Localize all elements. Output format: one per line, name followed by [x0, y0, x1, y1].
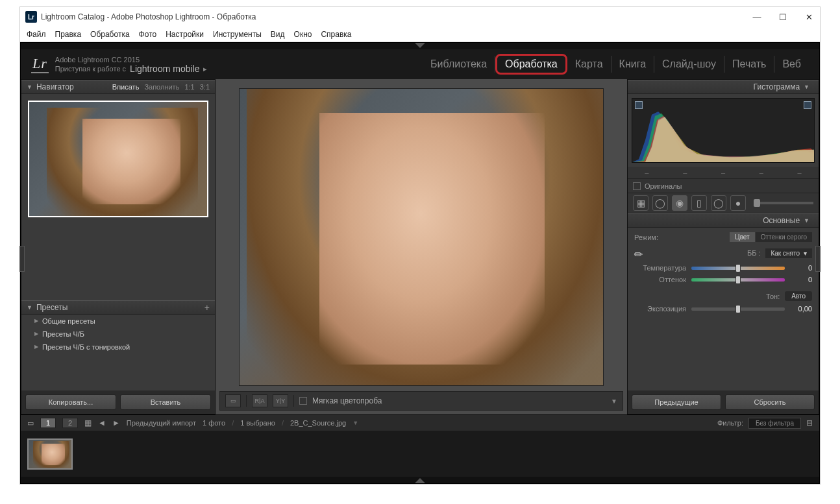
screen-2[interactable]: 2: [62, 418, 78, 428]
window-title: Lightroom Catalog - Adobe Photoshop Ligh…: [41, 12, 256, 21]
temp-slider[interactable]: [691, 267, 785, 270]
presets-header[interactable]: ▼ Пресеты +: [21, 300, 215, 315]
menubar: Файл Правка Обработка Фото Настройки Инс…: [20, 27, 820, 42]
play-icon: ▸: [203, 64, 207, 73]
menu-develop[interactable]: Обработка: [90, 30, 130, 39]
header: Lr Adobe Lightroom CC 2015 Приступая к р…: [21, 49, 819, 79]
module-picker: Библиотека Обработка Карта Книга Слайд-ш…: [423, 54, 809, 75]
lightroom-logo: Lr: [31, 55, 49, 73]
histogram-header[interactable]: Гистограмма ▼: [628, 80, 819, 94]
tint-value[interactable]: 0: [790, 276, 812, 283]
toolbar-expand[interactable]: ▼: [611, 398, 617, 405]
tool-strip: ▦ ◯ ◉ ▯ ◯ ●: [628, 193, 819, 213]
nav-31[interactable]: 3:1: [200, 83, 210, 91]
app-chrome: Lr Adobe Lightroom CC 2015 Приступая к р…: [20, 42, 820, 484]
minimize-button[interactable]: —: [751, 12, 763, 22]
expo-slider[interactable]: [691, 307, 785, 311]
wb-dropdown[interactable]: Как снято▾: [765, 248, 812, 258]
paste-button[interactable]: Вставить: [120, 394, 211, 410]
presets-list: ▶Общие пресеты ▶Пресеты Ч/Б ▶Пресеты Ч/Б…: [21, 315, 215, 391]
softproof-checkbox[interactable]: [299, 397, 307, 405]
close-button[interactable]: ✕: [803, 12, 815, 22]
next-arrow-icon[interactable]: ►: [112, 418, 120, 427]
spot-tool[interactable]: ◯: [652, 195, 668, 211]
mode-gray[interactable]: Оттенки серого: [756, 232, 812, 242]
menu-tools[interactable]: Инструменты: [213, 30, 262, 39]
menu-settings[interactable]: Настройки: [166, 30, 204, 39]
preset-folder[interactable]: ▶Общие пресеты: [21, 315, 215, 328]
mode-color[interactable]: Цвет: [730, 232, 754, 242]
top-edge[interactable]: [21, 43, 819, 49]
histogram[interactable]: [632, 98, 815, 163]
module-book[interactable]: Книга: [611, 56, 654, 73]
tint-slider[interactable]: [691, 278, 785, 282]
right-panel: Гистограмма ▼ –––––: [627, 79, 819, 414]
previous-button[interactable]: Предыдущие: [632, 394, 721, 410]
thumbnail[interactable]: [27, 438, 73, 470]
thumbnail-strip[interactable]: [21, 431, 819, 477]
chevron-down-icon: ▼: [27, 84, 32, 90]
module-print[interactable]: Печать: [724, 56, 774, 73]
menu-file[interactable]: Файл: [27, 30, 46, 39]
loupe-view-button[interactable]: ▭: [225, 394, 241, 407]
module-slideshow[interactable]: Слайд-шоу: [654, 56, 724, 73]
menu-view[interactable]: Вид: [271, 30, 285, 39]
filter-lock-icon[interactable]: ⊟: [806, 418, 813, 427]
grid-icon[interactable]: ▦: [84, 418, 92, 427]
preset-folder[interactable]: ▶Пресеты Ч/Б: [21, 328, 215, 341]
module-map[interactable]: Карта: [567, 56, 611, 73]
module-develop[interactable]: Обработка: [495, 54, 567, 75]
copy-button[interactable]: Копировать...: [25, 394, 116, 410]
prev-arrow-icon[interactable]: ◄: [98, 418, 106, 427]
current-file: 2B_C_Source.jpg: [290, 419, 346, 427]
mode-label: Режим:: [634, 234, 658, 241]
filter-label: Фильтр:: [717, 419, 743, 427]
main-image[interactable]: [239, 88, 604, 386]
left-panel-grip[interactable]: [19, 246, 25, 272]
monitor-icon[interactable]: ▭: [27, 419, 34, 427]
develop-toolbar: ▭ R|A Y|Y Мягкая цветопроба ▼: [219, 391, 623, 411]
navigator-preview[interactable]: [28, 101, 208, 217]
originals-row[interactable]: Оригиналы: [628, 178, 819, 193]
expo-value[interactable]: 0,00: [790, 305, 812, 313]
module-web[interactable]: Веб: [774, 56, 809, 73]
filter-dropdown[interactable]: Без фильтра: [748, 418, 801, 429]
filmstrip: ▭ 1 2 ▦ ◄ ► Предыдущий импорт 1 фото / 1…: [21, 414, 819, 477]
presets-title: Пресеты: [36, 303, 68, 312]
maximize-button[interactable]: ☐: [777, 12, 789, 22]
expo-label: Экспозиция: [634, 305, 686, 313]
source-label[interactable]: Предыдущий импорт: [127, 419, 196, 427]
add-preset-button[interactable]: +: [204, 302, 210, 313]
menu-window[interactable]: Окно: [294, 30, 312, 39]
menu-photo[interactable]: Фото: [139, 30, 157, 39]
brush-tool[interactable]: ●: [730, 195, 746, 211]
crop-tool[interactable]: ▦: [633, 195, 649, 211]
reset-button[interactable]: Сбросить: [725, 394, 815, 410]
nav-fit[interactable]: Вписать: [112, 83, 140, 91]
preset-folder[interactable]: ▶Пресеты Ч/Б с тонировкой: [21, 341, 215, 354]
nav-11[interactable]: 1:1: [184, 83, 194, 91]
bottom-edge[interactable]: [21, 477, 819, 483]
module-library[interactable]: Библиотека: [423, 56, 495, 73]
screen-1[interactable]: 1: [40, 418, 56, 428]
nav-fill[interactable]: Заполнить: [144, 83, 179, 91]
temp-value[interactable]: 0: [790, 264, 812, 272]
radial-tool[interactable]: ◯: [711, 195, 726, 211]
redeye-tool[interactable]: ◉: [672, 195, 687, 211]
right-panel-grip[interactable]: [815, 246, 821, 272]
before-after-lr-button[interactable]: R|A: [252, 394, 267, 407]
tool-slider[interactable]: [754, 202, 813, 204]
basics-header[interactable]: Основные ▼: [628, 213, 819, 228]
menu-edit[interactable]: Правка: [55, 30, 82, 39]
before-after-tb-button[interactable]: Y|Y: [273, 394, 288, 407]
app-icon: Lr: [25, 11, 37, 23]
header-mobile-link[interactable]: Приступая к работе с Lightroom mobile ▸: [55, 64, 208, 73]
auto-tone-button[interactable]: Авто: [785, 291, 812, 301]
gradient-tool[interactable]: ▯: [691, 195, 707, 211]
originals-checkbox[interactable]: [633, 182, 641, 190]
menu-help[interactable]: Справка: [321, 30, 351, 39]
basics-panel: Режим: Цвет Оттенки серого ✎ ББ : Как сн…: [628, 228, 819, 390]
photo-count: 1 фото: [203, 419, 225, 427]
eyedropper-icon[interactable]: ✎: [631, 243, 651, 263]
navigator-header[interactable]: ▼ Навигатор Вписать Заполнить 1:1 3:1: [21, 80, 215, 94]
